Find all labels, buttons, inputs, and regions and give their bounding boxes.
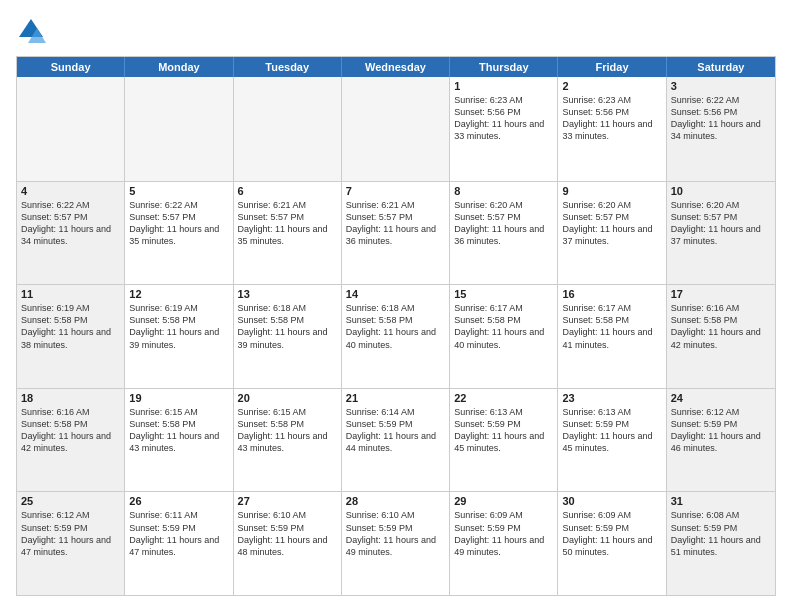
day-number: 15 [454, 288, 553, 300]
day-number: 9 [562, 185, 661, 197]
header-day-sunday: Sunday [17, 57, 125, 77]
cal-cell: 7Sunrise: 6:21 AMSunset: 5:57 PMDaylight… [342, 182, 450, 285]
calendar-header: SundayMondayTuesdayWednesdayThursdayFrid… [17, 57, 775, 77]
logo [16, 16, 50, 46]
day-number: 10 [671, 185, 771, 197]
cell-info: Sunrise: 6:12 AMSunset: 5:59 PMDaylight:… [21, 509, 120, 558]
cell-info: Sunrise: 6:18 AMSunset: 5:58 PMDaylight:… [346, 302, 445, 351]
cal-cell: 12Sunrise: 6:19 AMSunset: 5:58 PMDayligh… [125, 285, 233, 388]
header-day-thursday: Thursday [450, 57, 558, 77]
cell-info: Sunrise: 6:20 AMSunset: 5:57 PMDaylight:… [562, 199, 661, 248]
cell-info: Sunrise: 6:23 AMSunset: 5:56 PMDaylight:… [454, 94, 553, 143]
cal-cell: 11Sunrise: 6:19 AMSunset: 5:58 PMDayligh… [17, 285, 125, 388]
cal-cell: 14Sunrise: 6:18 AMSunset: 5:58 PMDayligh… [342, 285, 450, 388]
day-number: 22 [454, 392, 553, 404]
day-number: 24 [671, 392, 771, 404]
header-day-wednesday: Wednesday [342, 57, 450, 77]
day-number: 23 [562, 392, 661, 404]
cal-cell: 2Sunrise: 6:23 AMSunset: 5:56 PMDaylight… [558, 77, 666, 181]
header [16, 16, 776, 46]
cal-cell [125, 77, 233, 181]
day-number: 4 [21, 185, 120, 197]
header-day-monday: Monday [125, 57, 233, 77]
cal-cell: 17Sunrise: 6:16 AMSunset: 5:58 PMDayligh… [667, 285, 775, 388]
cell-info: Sunrise: 6:13 AMSunset: 5:59 PMDaylight:… [562, 406, 661, 455]
cell-info: Sunrise: 6:21 AMSunset: 5:57 PMDaylight:… [238, 199, 337, 248]
cal-cell: 30Sunrise: 6:09 AMSunset: 5:59 PMDayligh… [558, 492, 666, 595]
cal-cell: 10Sunrise: 6:20 AMSunset: 5:57 PMDayligh… [667, 182, 775, 285]
cell-info: Sunrise: 6:23 AMSunset: 5:56 PMDaylight:… [562, 94, 661, 143]
day-number: 26 [129, 495, 228, 507]
cal-cell: 19Sunrise: 6:15 AMSunset: 5:58 PMDayligh… [125, 389, 233, 492]
day-number: 18 [21, 392, 120, 404]
day-number: 12 [129, 288, 228, 300]
cell-info: Sunrise: 6:18 AMSunset: 5:58 PMDaylight:… [238, 302, 337, 351]
cell-info: Sunrise: 6:17 AMSunset: 5:58 PMDaylight:… [454, 302, 553, 351]
day-number: 8 [454, 185, 553, 197]
cal-cell: 28Sunrise: 6:10 AMSunset: 5:59 PMDayligh… [342, 492, 450, 595]
cell-info: Sunrise: 6:08 AMSunset: 5:59 PMDaylight:… [671, 509, 771, 558]
day-number: 29 [454, 495, 553, 507]
page: SundayMondayTuesdayWednesdayThursdayFrid… [0, 0, 792, 612]
cal-cell: 23Sunrise: 6:13 AMSunset: 5:59 PMDayligh… [558, 389, 666, 492]
calendar-body: 1Sunrise: 6:23 AMSunset: 5:56 PMDaylight… [17, 77, 775, 595]
cal-cell: 26Sunrise: 6:11 AMSunset: 5:59 PMDayligh… [125, 492, 233, 595]
day-number: 19 [129, 392, 228, 404]
cell-info: Sunrise: 6:22 AMSunset: 5:56 PMDaylight:… [671, 94, 771, 143]
day-number: 30 [562, 495, 661, 507]
cell-info: Sunrise: 6:20 AMSunset: 5:57 PMDaylight:… [671, 199, 771, 248]
day-number: 27 [238, 495, 337, 507]
cell-info: Sunrise: 6:11 AMSunset: 5:59 PMDaylight:… [129, 509, 228, 558]
cell-info: Sunrise: 6:14 AMSunset: 5:59 PMDaylight:… [346, 406, 445, 455]
day-number: 16 [562, 288, 661, 300]
cell-info: Sunrise: 6:12 AMSunset: 5:59 PMDaylight:… [671, 406, 771, 455]
cal-cell: 20Sunrise: 6:15 AMSunset: 5:58 PMDayligh… [234, 389, 342, 492]
day-number: 11 [21, 288, 120, 300]
cal-cell: 16Sunrise: 6:17 AMSunset: 5:58 PMDayligh… [558, 285, 666, 388]
day-number: 31 [671, 495, 771, 507]
cal-cell: 9Sunrise: 6:20 AMSunset: 5:57 PMDaylight… [558, 182, 666, 285]
cal-cell: 8Sunrise: 6:20 AMSunset: 5:57 PMDaylight… [450, 182, 558, 285]
cal-cell [17, 77, 125, 181]
cell-info: Sunrise: 6:20 AMSunset: 5:57 PMDaylight:… [454, 199, 553, 248]
header-day-tuesday: Tuesday [234, 57, 342, 77]
cal-cell: 5Sunrise: 6:22 AMSunset: 5:57 PMDaylight… [125, 182, 233, 285]
cal-cell: 3Sunrise: 6:22 AMSunset: 5:56 PMDaylight… [667, 77, 775, 181]
day-number: 17 [671, 288, 771, 300]
day-number: 6 [238, 185, 337, 197]
cal-cell [342, 77, 450, 181]
cell-info: Sunrise: 6:16 AMSunset: 5:58 PMDaylight:… [671, 302, 771, 351]
cal-cell: 27Sunrise: 6:10 AMSunset: 5:59 PMDayligh… [234, 492, 342, 595]
cal-cell: 24Sunrise: 6:12 AMSunset: 5:59 PMDayligh… [667, 389, 775, 492]
day-number: 20 [238, 392, 337, 404]
cell-info: Sunrise: 6:16 AMSunset: 5:58 PMDaylight:… [21, 406, 120, 455]
cell-info: Sunrise: 6:15 AMSunset: 5:58 PMDaylight:… [129, 406, 228, 455]
cal-cell: 15Sunrise: 6:17 AMSunset: 5:58 PMDayligh… [450, 285, 558, 388]
day-number: 3 [671, 80, 771, 92]
day-number: 1 [454, 80, 553, 92]
cal-week-3: 11Sunrise: 6:19 AMSunset: 5:58 PMDayligh… [17, 284, 775, 388]
cell-info: Sunrise: 6:09 AMSunset: 5:59 PMDaylight:… [454, 509, 553, 558]
cell-info: Sunrise: 6:09 AMSunset: 5:59 PMDaylight:… [562, 509, 661, 558]
day-number: 13 [238, 288, 337, 300]
day-number: 2 [562, 80, 661, 92]
cal-cell: 31Sunrise: 6:08 AMSunset: 5:59 PMDayligh… [667, 492, 775, 595]
cell-info: Sunrise: 6:15 AMSunset: 5:58 PMDaylight:… [238, 406, 337, 455]
day-number: 14 [346, 288, 445, 300]
day-number: 5 [129, 185, 228, 197]
header-day-saturday: Saturday [667, 57, 775, 77]
cal-cell: 1Sunrise: 6:23 AMSunset: 5:56 PMDaylight… [450, 77, 558, 181]
cell-info: Sunrise: 6:10 AMSunset: 5:59 PMDaylight:… [238, 509, 337, 558]
cal-week-4: 18Sunrise: 6:16 AMSunset: 5:58 PMDayligh… [17, 388, 775, 492]
cell-info: Sunrise: 6:19 AMSunset: 5:58 PMDaylight:… [129, 302, 228, 351]
cal-week-1: 1Sunrise: 6:23 AMSunset: 5:56 PMDaylight… [17, 77, 775, 181]
cell-info: Sunrise: 6:19 AMSunset: 5:58 PMDaylight:… [21, 302, 120, 351]
cal-cell: 21Sunrise: 6:14 AMSunset: 5:59 PMDayligh… [342, 389, 450, 492]
calendar: SundayMondayTuesdayWednesdayThursdayFrid… [16, 56, 776, 596]
cal-week-5: 25Sunrise: 6:12 AMSunset: 5:59 PMDayligh… [17, 491, 775, 595]
cell-info: Sunrise: 6:10 AMSunset: 5:59 PMDaylight:… [346, 509, 445, 558]
cell-info: Sunrise: 6:17 AMSunset: 5:58 PMDaylight:… [562, 302, 661, 351]
cal-cell: 6Sunrise: 6:21 AMSunset: 5:57 PMDaylight… [234, 182, 342, 285]
cal-cell: 22Sunrise: 6:13 AMSunset: 5:59 PMDayligh… [450, 389, 558, 492]
day-number: 21 [346, 392, 445, 404]
